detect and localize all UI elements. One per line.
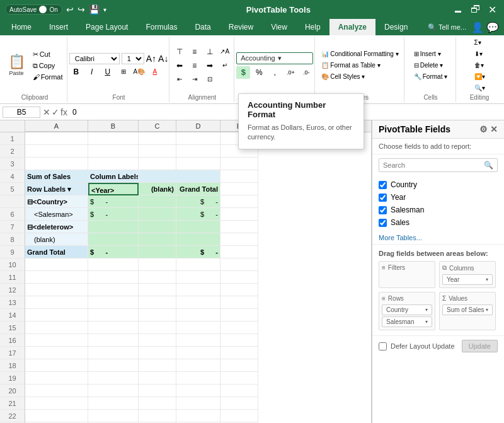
quick-access-more[interactable]: ▾ bbox=[103, 6, 106, 13]
col-header-b[interactable]: B bbox=[88, 120, 139, 132]
font-shrink-icon[interactable]: A↓ bbox=[158, 54, 168, 64]
cell-b5[interactable]: <Year> bbox=[88, 183, 139, 195]
cell-e6[interactable] bbox=[220, 208, 258, 221]
cell-c2[interactable] bbox=[139, 145, 176, 158]
sort-filter-button[interactable]: 🔽▾ bbox=[472, 72, 488, 81]
cell-e7[interactable] bbox=[220, 221, 258, 233]
cell-b8[interactable] bbox=[88, 233, 139, 246]
comma-button[interactable]: , bbox=[268, 66, 282, 79]
cell-e4[interactable] bbox=[220, 170, 258, 183]
dollar-button[interactable]: $ bbox=[236, 66, 250, 79]
find-select-button[interactable]: 🔍▾ bbox=[472, 83, 488, 93]
rotate-text-button[interactable]: ↗A bbox=[218, 45, 232, 58]
tab-help[interactable]: Help bbox=[296, 19, 329, 35]
tab-view[interactable]: View bbox=[262, 19, 296, 35]
pivot-search-input[interactable] bbox=[379, 159, 480, 171]
cell-a5[interactable]: Row Labels ▾ bbox=[25, 183, 88, 195]
cell-b5b[interactable]: $ - bbox=[88, 195, 139, 208]
autosave-toggle[interactable]: AutoSave On bbox=[5, 4, 62, 14]
insert-button[interactable]: ⊞ Insert ▾ bbox=[411, 49, 450, 59]
pivot-field-salesman-checkbox[interactable] bbox=[379, 206, 387, 214]
wrap-text-button[interactable]: ↵ bbox=[218, 59, 232, 72]
dec-inc-button[interactable]: .0+ bbox=[284, 66, 297, 79]
values-sum-sales-item[interactable]: Sum of Sales ▾ bbox=[442, 304, 493, 315]
align-center-button[interactable]: ≡ bbox=[188, 59, 202, 72]
cell-a2[interactable] bbox=[25, 145, 88, 158]
pivot-field-year-label[interactable]: Year bbox=[391, 193, 406, 202]
pivot-field-country-label[interactable]: Country bbox=[391, 180, 417, 189]
cell-d3[interactable] bbox=[176, 158, 220, 170]
cell-d1[interactable] bbox=[176, 132, 220, 145]
pivot-close-icon[interactable]: ✕ bbox=[490, 124, 498, 134]
cell-d5b[interactable]: $ - bbox=[176, 195, 220, 208]
tab-insert[interactable]: Insert bbox=[40, 19, 77, 35]
cell-a10[interactable] bbox=[25, 258, 88, 271]
cell-b7[interactable] bbox=[88, 221, 139, 233]
cell-c7[interactable] bbox=[139, 221, 176, 233]
cell-c1[interactable] bbox=[139, 132, 176, 145]
cell-d2[interactable] bbox=[176, 145, 220, 158]
increase-indent-button[interactable]: ⇥ bbox=[188, 73, 202, 86]
col-header-a[interactable]: A bbox=[25, 120, 88, 132]
cut-button[interactable]: ✂ Cut bbox=[30, 49, 66, 60]
cell-c8[interactable] bbox=[139, 233, 176, 246]
pivot-field-country-checkbox[interactable] bbox=[379, 181, 387, 189]
cell-c3[interactable] bbox=[139, 158, 176, 170]
cell-styles-button[interactable]: 🎨 Cell Styles ▾ bbox=[319, 72, 401, 81]
insert-function-icon[interactable]: fx bbox=[60, 107, 67, 117]
conditional-formatting-button[interactable]: 📊 Conditional Formatting ▾ bbox=[319, 49, 401, 59]
tab-data[interactable]: Data bbox=[186, 19, 219, 35]
rows-country-item[interactable]: Country ▾ bbox=[382, 304, 432, 315]
rows-salesman-item[interactable]: Salesman ▾ bbox=[382, 316, 432, 327]
close-button[interactable]: ✕ bbox=[486, 4, 499, 16]
font-color-button[interactable]: A bbox=[148, 66, 162, 78]
cell-c4[interactable] bbox=[139, 170, 176, 183]
number-format-dropdown[interactable]: Accounting ▾ bbox=[236, 52, 313, 64]
percent-button[interactable]: % bbox=[252, 66, 266, 79]
clear-button[interactable]: 🗑▾ bbox=[472, 61, 488, 70]
cell-d9[interactable]: $ - bbox=[176, 246, 220, 258]
tab-home[interactable]: Home bbox=[3, 19, 40, 35]
pivot-field-sales-label[interactable]: Sales bbox=[391, 218, 410, 227]
underline-button[interactable]: U bbox=[101, 66, 115, 78]
tab-analyze[interactable]: Analyze bbox=[329, 19, 375, 35]
cell-d8[interactable] bbox=[176, 233, 220, 246]
undo-icon[interactable]: ↩ bbox=[66, 4, 74, 14]
tell-me-input[interactable]: 🔍 Tell me... bbox=[428, 23, 466, 32]
align-top-button[interactable]: ⊤ bbox=[173, 45, 186, 58]
cell-e5[interactable] bbox=[220, 183, 258, 195]
save-icon[interactable]: 💾 bbox=[89, 4, 100, 14]
cell-a9[interactable]: Grand Total bbox=[25, 246, 88, 258]
format-button[interactable]: 🔧 Format ▾ bbox=[411, 72, 450, 81]
col-header-c[interactable]: C bbox=[139, 120, 176, 132]
more-tables-link[interactable]: More Tables... bbox=[372, 231, 504, 244]
font-size-select[interactable]: 11 bbox=[122, 53, 144, 64]
cell-e9[interactable] bbox=[220, 246, 258, 258]
cell-a8[interactable]: (blank) bbox=[25, 233, 88, 246]
pivot-field-year-checkbox[interactable] bbox=[379, 194, 387, 202]
cell-e8[interactable] bbox=[220, 233, 258, 246]
align-bottom-button[interactable]: ⊥ bbox=[203, 45, 217, 58]
comments-button[interactable]: 💬 bbox=[486, 21, 499, 33]
dec-dec-button[interactable]: .0- bbox=[299, 66, 313, 79]
decrease-indent-button[interactable]: ⇤ bbox=[173, 73, 186, 86]
cell-c5[interactable]: (blank) bbox=[139, 183, 176, 195]
pivot-field-sales-checkbox[interactable] bbox=[379, 219, 387, 227]
cell-a4[interactable]: Sum of Sales bbox=[25, 170, 88, 183]
align-left-button[interactable]: ⬅ bbox=[173, 59, 186, 72]
format-table-button[interactable]: 📋 Format as Table ▾ bbox=[319, 61, 401, 70]
copy-button[interactable]: ⧉ Copy bbox=[30, 61, 66, 71]
minimize-button[interactable]: 🗕 bbox=[450, 4, 466, 15]
update-button[interactable]: Update bbox=[462, 340, 498, 352]
pivot-settings-icon[interactable]: ⚙ bbox=[479, 124, 488, 134]
align-middle-button[interactable]: ≡ bbox=[188, 45, 202, 58]
cell-b2[interactable] bbox=[88, 145, 139, 158]
bold-button[interactable]: B bbox=[69, 66, 83, 78]
cell-b9[interactable]: $ - bbox=[88, 246, 139, 258]
cell-reference-box[interactable] bbox=[3, 107, 40, 118]
cell-d5[interactable]: Grand Total bbox=[176, 183, 220, 195]
merge-center-button[interactable]: ⊡ bbox=[203, 73, 217, 86]
pivot-field-salesman-label[interactable]: Salesman bbox=[391, 206, 424, 214]
cell-b3[interactable] bbox=[88, 158, 139, 170]
cell-b6[interactable]: $ - bbox=[88, 208, 139, 221]
